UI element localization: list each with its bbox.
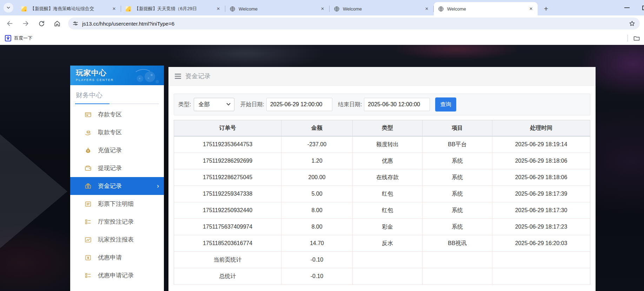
sidebar-item-promo-apply-records[interactable]: 优惠申请记录 <box>70 266 164 284</box>
sidebar-item-withdrawal-records[interactable]: 提现记录 <box>70 159 164 177</box>
query-button[interactable]: 查询 <box>435 97 456 111</box>
close-icon[interactable]: ✕ <box>111 6 117 12</box>
cell-order-no: 1751192259347338 <box>174 186 281 202</box>
bookmark-star-icon[interactable] <box>629 20 636 27</box>
home-icon <box>54 20 61 27</box>
cell-amount: 14.70 <box>281 235 352 252</box>
header-process-time: 处理时间 <box>492 120 590 136</box>
grid-list-icon <box>84 272 92 279</box>
cell-order-no: 1751192286292699 <box>174 153 281 169</box>
table-row: 1751185203616774 14.70 反水 BB视讯 2025-06-2… <box>174 235 590 252</box>
banknotes-icon <box>84 182 92 190</box>
close-icon[interactable]: ✕ <box>319 6 326 12</box>
site-info-icon[interactable] <box>72 20 79 27</box>
new-tab-button[interactable]: + <box>541 4 551 14</box>
url-text: js13.cc/hhcp/usercenter.html?iniType=6 <box>82 21 629 27</box>
tab-title: 【新提醒】海燕策略论坛综合交 <box>30 6 111 12</box>
sidebar-item-player-bet-report[interactable]: 玩家投注报表 <box>70 231 164 249</box>
cell-empty <box>422 268 492 285</box>
sidebar-section-title: 财务中心 <box>70 85 164 103</box>
cell-type: 在线存款 <box>352 169 422 186</box>
forward-button[interactable] <box>19 17 32 30</box>
tab-welcome-1[interactable]: Welcome ✕ <box>225 2 329 15</box>
cell-amount: 1.20 <box>281 153 352 169</box>
forward-icon <box>22 20 29 27</box>
cell-type: 红包 <box>352 202 422 219</box>
home-button[interactable] <box>51 17 64 30</box>
sidebar-item-recharge-records[interactable]: ¥ 充值记录 <box>70 141 164 159</box>
wallet-icon <box>84 164 92 172</box>
tab-welcome-active[interactable]: Welcome ✕ <box>434 2 538 15</box>
header-project: 项目 <box>422 120 492 136</box>
bookmarks-folder-icon[interactable] <box>633 35 640 42</box>
start-date-label: 开始日期: <box>240 101 264 108</box>
tab-forum-2[interactable]: 【新提醒】天天竞猜（6月29日 ✕ <box>121 2 225 15</box>
sidebar-item-funds-records[interactable]: 资金记录 › <box>70 177 164 195</box>
close-icon[interactable]: ✕ <box>424 6 430 12</box>
sidebar-item-withdraw-zone[interactable]: 取款专区 <box>70 123 164 141</box>
tab-forum-1[interactable]: 【新提醒】海燕策略论坛综合交 ✕ <box>17 2 121 15</box>
type-label: 类型: <box>178 101 191 108</box>
tab-list: 【新提醒】海燕策略论坛综合交 ✕ 【新提醒】天天竞猜（6月29日 ✕ Welco… <box>17 0 538 15</box>
sidebar-item-deposit-zone[interactable]: 存款专区 <box>70 106 164 123</box>
browser-toolbar: js13.cc/hhcp/usercenter.html?iniType=6 <box>0 15 644 32</box>
page-background: 玩家中心 PLAYERS CENTER 财务中心 存款专区 <box>0 45 644 291</box>
gamepad-icon <box>128 67 162 84</box>
sidebar-item-hall-bet-records[interactable]: 厅室投注记录 <box>70 213 164 231</box>
cell-order-no: 1751192353644753 <box>174 136 281 153</box>
close-icon[interactable]: ✕ <box>528 6 534 12</box>
address-bar[interactable]: js13.cc/hhcp/usercenter.html?iniType=6 <box>68 18 640 29</box>
cell-order-no: 1751192286275045 <box>174 169 281 186</box>
cell-amount: 200.00 <box>281 169 352 186</box>
cell-type: 彩金 <box>352 219 422 235</box>
svg-text:¥: ¥ <box>87 150 89 152</box>
cell-empty <box>492 268 590 285</box>
tab-welcome-2[interactable]: Welcome ✕ <box>330 2 433 15</box>
maximize-button[interactable] <box>642 6 644 10</box>
cell-order-no: 1751185203616774 <box>174 235 281 252</box>
minimize-button[interactable] <box>624 7 630 8</box>
filter-panel: 类型: 全部 开始日期: 结束日期: 查询 <box>174 94 590 115</box>
bookmarks-bar: 百度一下 <box>0 32 644 45</box>
start-date-input[interactable] <box>266 98 332 111</box>
cell-amount: 8.00 <box>281 202 352 219</box>
menu-toggle-icon[interactable] <box>175 74 181 79</box>
table-summary-row-page: 当前页统计 -0.10 <box>174 252 590 268</box>
reload-button[interactable] <box>35 17 48 30</box>
sidebar-item-lottery-bet-details[interactable]: 彩票下注明细 <box>70 195 164 213</box>
sidebar-item-label: 优惠申请 <box>98 253 122 262</box>
cell-amount: -0.10 <box>281 252 352 268</box>
back-icon <box>6 20 13 27</box>
globe-icon <box>230 6 235 12</box>
cell-project: 系统 <box>422 169 492 186</box>
sidebar-item-promo-apply[interactable]: 优惠申请 <box>70 249 164 266</box>
tab-title: Welcome <box>239 6 319 12</box>
sidebar-menu: 存款专区 取款专区 ¥ 充值记录 提现记录 资金记录 › <box>70 106 164 284</box>
end-date-input[interactable] <box>364 98 430 111</box>
tab-title: Welcome <box>343 6 424 12</box>
bookmark-label: 百度一下 <box>14 35 32 41</box>
chevron-right-icon: › <box>157 182 159 190</box>
close-icon[interactable]: ✕ <box>215 6 221 12</box>
cell-empty <box>352 252 422 268</box>
background-triangle-decoration <box>0 134 67 248</box>
tab-search-button[interactable] <box>4 3 13 13</box>
bookmark-baidu[interactable]: 百度一下 <box>5 35 32 41</box>
cell-amount: -0.10 <box>281 268 352 285</box>
bookmarks-separator <box>628 35 628 42</box>
cell-process-time: 2025-06-29 18:18:06 <box>492 153 590 169</box>
back-button[interactable] <box>4 17 16 30</box>
cell-project: BB视讯 <box>422 235 492 252</box>
cell-order-no: 1751175637409974 <box>174 219 281 235</box>
money-bag-icon: ¥ <box>84 147 92 154</box>
type-select[interactable]: 全部 <box>194 98 234 111</box>
cell-summary-label: 总统计 <box>174 268 281 285</box>
table-row: 1751192353644753 -237.00 额度转出 BB平台 2025-… <box>174 136 590 153</box>
doc-icon <box>21 6 27 12</box>
cell-amount: 8.00 <box>281 219 352 235</box>
chart-report-icon <box>84 236 92 244</box>
cell-project: 系统 <box>422 202 492 219</box>
cell-empty <box>352 268 422 285</box>
table-header-row: 订单号 金额 类型 项目 处理时间 <box>174 120 590 136</box>
cell-project: 系统 <box>422 186 492 202</box>
